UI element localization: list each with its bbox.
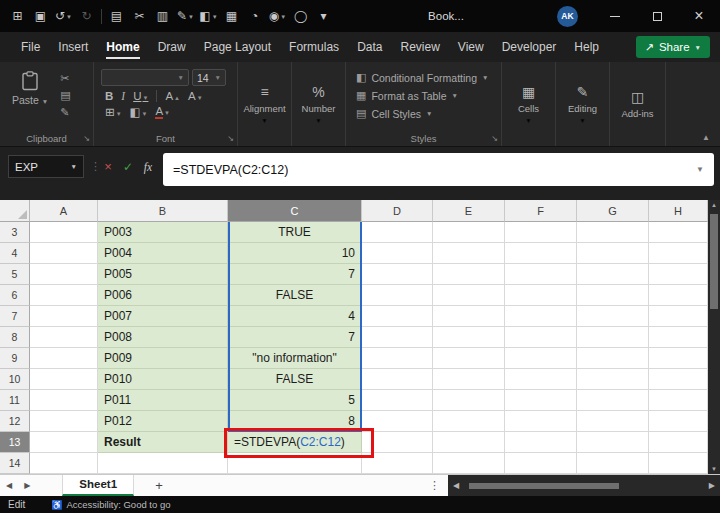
cell-d8[interactable] <box>362 327 433 348</box>
cell-g9[interactable] <box>577 348 649 369</box>
cut-icon[interactable]: ✂ <box>60 72 70 85</box>
cell-c8[interactable]: 7 <box>228 327 362 348</box>
row-header-4[interactable]: 4 <box>0 243 30 264</box>
add-ins-button[interactable]: ◫ Add-ins <box>610 62 666 146</box>
cell-g5[interactable] <box>577 264 649 285</box>
cell-f7[interactable] <box>505 306 577 327</box>
cell-b12[interactable]: P012 <box>98 411 228 432</box>
sheet-tab-sheet1[interactable]: Sheet1 <box>62 475 134 496</box>
font-name-select[interactable]: ▼ <box>101 69 189 86</box>
cell-h3[interactable] <box>649 222 708 243</box>
cell-d14[interactable] <box>362 453 433 474</box>
cell-g7[interactable] <box>577 306 649 327</box>
cell-b6[interactable]: P006 <box>98 285 228 306</box>
paste-button[interactable]: Paste ▼ <box>12 71 48 119</box>
cut-icon[interactable]: ✂ <box>128 9 151 23</box>
cell-f13[interactable] <box>505 432 577 453</box>
accessibility-status[interactable]: ♿ Accessibility: Good to go <box>51 499 170 510</box>
cell-e10[interactable] <box>433 369 505 390</box>
increase-font-size-button[interactable]: A▲ <box>165 90 180 102</box>
cell-d7[interactable] <box>362 306 433 327</box>
cell-e9[interactable] <box>433 348 505 369</box>
cell-e5[interactable] <box>433 264 505 285</box>
format-as-table-button[interactable]: ▦Format as Table▼ <box>356 89 501 102</box>
cell-g3[interactable] <box>577 222 649 243</box>
bold-button[interactable]: B <box>105 90 113 102</box>
cell-c14[interactable] <box>228 453 362 474</box>
cell-c13-formula[interactable]: =STDEVPA(C2:C12) <box>228 432 362 453</box>
cell-d3[interactable] <box>362 222 433 243</box>
cell-d4[interactable] <box>362 243 433 264</box>
cell-h9[interactable] <box>649 348 708 369</box>
cell-h6[interactable] <box>649 285 708 306</box>
conditional-formatting-button[interactable]: ◧Conditional Formatting▼ <box>356 71 501 84</box>
cell-e7[interactable] <box>433 306 505 327</box>
cells-button[interactable]: ▦ Cells ▼ <box>502 62 556 146</box>
cell-f12[interactable] <box>505 411 577 432</box>
cell-f3[interactable] <box>505 222 577 243</box>
tab-formulas[interactable]: Formulas <box>280 32 348 62</box>
cell-f14[interactable] <box>505 453 577 474</box>
alignment-button[interactable]: ≡ Alignment ▼ <box>238 62 292 146</box>
cell-c10[interactable]: FALSE <box>228 369 362 390</box>
add-sheet-button[interactable]: + <box>150 478 168 493</box>
cell-b10[interactable]: P010 <box>98 369 228 390</box>
cell-e11[interactable] <box>433 390 505 411</box>
copy-icon[interactable]: ▤ <box>105 9 128 23</box>
minimize-button[interactable] <box>594 0 636 32</box>
cell-h11[interactable] <box>649 390 708 411</box>
column-header-c[interactable]: C <box>228 200 362 222</box>
horizontal-scrollbar[interactable]: ◀ ▶ <box>448 475 720 497</box>
cell-c7[interactable]: 4 <box>228 306 362 327</box>
cell-h5[interactable] <box>649 264 708 285</box>
row-header-8[interactable]: 8 <box>0 327 30 348</box>
tab-file[interactable]: File <box>12 32 49 62</box>
cell-g8[interactable] <box>577 327 649 348</box>
cell-d11[interactable] <box>362 390 433 411</box>
cell-b13[interactable]: Result <box>98 432 228 453</box>
maximize-button[interactable] <box>636 0 678 32</box>
horizontal-scroll-track[interactable] <box>463 482 705 490</box>
tab-insert[interactable]: Insert <box>49 32 97 62</box>
row-header-10[interactable]: 10 <box>0 369 30 390</box>
cell-c12[interactable]: 8 <box>228 411 362 432</box>
italic-button[interactable]: I <box>121 90 125 102</box>
dialog-launcher-icon[interactable]: ↘ <box>227 134 234 143</box>
fill-color-icon[interactable]: ◧▼ <box>197 9 220 23</box>
cell-a3[interactable] <box>30 222 98 243</box>
cell-f9[interactable] <box>505 348 577 369</box>
row-header-11[interactable]: 11 <box>0 390 30 411</box>
cell-b7[interactable]: P007 <box>98 306 228 327</box>
cell-b14[interactable] <box>98 453 228 474</box>
scroll-left-icon[interactable]: ◀ <box>453 481 459 490</box>
row-header-13[interactable]: 13 <box>0 432 30 453</box>
cell-b4[interactable]: P004 <box>98 243 228 264</box>
cell-g12[interactable] <box>577 411 649 432</box>
cell-a5[interactable] <box>30 264 98 285</box>
cell-c4[interactable]: 10 <box>228 243 362 264</box>
insert-function-icon[interactable]: fx <box>139 157 157 177</box>
select-all-corner[interactable] <box>0 200 30 222</box>
cell-e12[interactable] <box>433 411 505 432</box>
app-grid-icon[interactable]: ⊞ <box>6 9 29 23</box>
more-commands-icon[interactable]: ▾ <box>312 9 335 23</box>
cell-g11[interactable] <box>577 390 649 411</box>
cell-d5[interactable] <box>362 264 433 285</box>
close-button[interactable]: × <box>678 0 720 32</box>
share-button[interactable]: ↗ Share ▼ <box>636 36 710 58</box>
cell-b8[interactable]: P008 <box>98 327 228 348</box>
number-button[interactable]: % Number ▼ <box>292 62 346 146</box>
row-header-14[interactable]: 14 <box>0 453 30 474</box>
tab-view[interactable]: View <box>449 32 493 62</box>
expand-formula-bar-icon[interactable]: ▼ <box>696 165 704 174</box>
tab-help[interactable]: Help <box>565 32 608 62</box>
table-icon[interactable]: ▦ <box>220 9 243 23</box>
row-header-7[interactable]: 7 <box>0 306 30 327</box>
cell-a6[interactable] <box>30 285 98 306</box>
scroll-down-icon[interactable]: ▼ <box>708 466 720 472</box>
row-header-5[interactable]: 5 <box>0 264 30 285</box>
cell-d12[interactable] <box>362 411 433 432</box>
column-header-d[interactable]: D <box>362 200 433 222</box>
account-avatar[interactable]: AK <box>557 6 578 27</box>
sheet-nav-right-icon[interactable]: ▶ <box>18 481 36 490</box>
